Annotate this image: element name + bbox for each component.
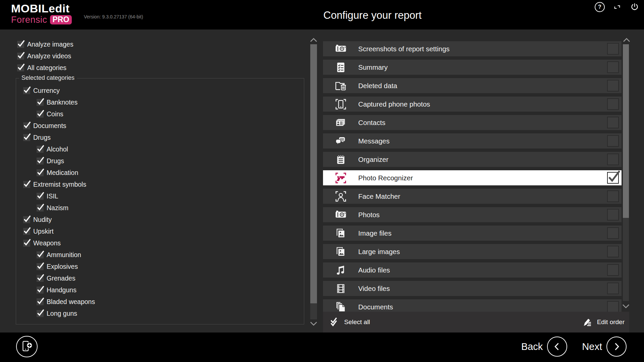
category-tree-item[interactable]: Drugs	[23, 133, 51, 142]
section-checkbox[interactable]	[607, 283, 619, 294]
category-tree-item[interactable]: Medication	[37, 168, 78, 177]
category-tree-item[interactable]: Ammunition	[37, 250, 81, 259]
category-tree-item[interactable]: Coins	[37, 110, 63, 118]
help-icon[interactable]: ?	[594, 2, 605, 12]
category-checkbox[interactable]	[37, 158, 44, 165]
section-checkbox[interactable]	[607, 190, 619, 202]
analysis-option-row[interactable]: All categories	[17, 63, 66, 72]
report-section-row[interactable]: Face Matcher	[323, 189, 622, 204]
category-checkbox[interactable]	[37, 99, 44, 106]
left-scrollbar-thumb[interactable]	[310, 44, 317, 303]
report-section-row[interactable]: Organizer	[323, 152, 622, 167]
option-label: All categories	[27, 64, 66, 72]
power-icon[interactable]	[629, 2, 640, 12]
report-section-row[interactable]: Large images	[323, 244, 622, 259]
report-section-row[interactable]: Messages	[323, 133, 622, 148]
category-checkbox[interactable]	[23, 228, 30, 235]
section-checkbox[interactable]	[607, 135, 619, 147]
category-checkbox[interactable]	[37, 169, 44, 176]
option-checkbox[interactable]	[17, 41, 24, 48]
category-checkbox[interactable]	[37, 193, 44, 200]
category-checkbox[interactable]	[37, 310, 44, 317]
left-scrollbar-down-icon[interactable]	[310, 321, 318, 326]
category-checkbox[interactable]	[37, 146, 44, 153]
category-label: Weapons	[33, 239, 61, 247]
back-button-label[interactable]: Back	[521, 341, 543, 352]
category-tree-item[interactable]: Nudity	[23, 215, 52, 224]
category-tree-item[interactable]: Bladed weapons	[37, 297, 95, 306]
edit-order-button[interactable]: Edit order	[582, 317, 625, 327]
right-scrollbar-down-icon[interactable]	[622, 304, 630, 309]
category-checkbox[interactable]	[37, 251, 44, 258]
option-checkbox[interactable]	[17, 53, 24, 60]
category-tree-item[interactable]: Currency	[23, 86, 60, 95]
section-checkbox[interactable]	[607, 227, 619, 239]
category-checkbox[interactable]	[37, 204, 44, 212]
next-button[interactable]	[606, 337, 627, 357]
section-checkbox[interactable]	[607, 80, 619, 92]
category-tree-item[interactable]: Documents	[23, 121, 66, 130]
report-section-row[interactable]: Documents	[323, 299, 622, 312]
section-checkbox[interactable]	[607, 43, 619, 55]
category-checkbox[interactable]	[23, 122, 30, 129]
report-section-row[interactable]: Photos	[323, 207, 622, 222]
category-checkbox[interactable]	[37, 263, 44, 270]
checkmark-icon	[37, 297, 45, 305]
report-section-row[interactable]: Video files	[323, 281, 622, 296]
category-tree-item[interactable]: Explosives	[37, 262, 78, 271]
category-tree-item[interactable]: Alcohol	[37, 145, 68, 154]
category-label: Upskirt	[33, 228, 54, 235]
category-checkbox[interactable]	[23, 87, 30, 94]
section-checkbox[interactable]	[607, 154, 619, 165]
snap-window-icon[interactable]	[612, 2, 623, 12]
option-checkbox[interactable]	[17, 64, 24, 71]
section-checkbox[interactable]	[607, 61, 619, 73]
category-checkbox[interactable]	[37, 287, 44, 294]
left-scrollbar-up-icon[interactable]	[310, 38, 318, 43]
category-tree-item[interactable]: ISIL	[37, 192, 58, 200]
section-checkbox[interactable]	[607, 172, 619, 184]
category-checkbox[interactable]	[23, 216, 30, 223]
right-scrollbar-track[interactable]	[623, 218, 629, 301]
category-tree-item[interactable]: Long guns	[37, 309, 77, 318]
category-tree-item[interactable]: Extremist symbols	[23, 180, 86, 189]
category-tree-item[interactable]: Weapons	[23, 239, 61, 247]
next-button-label[interactable]: Next	[582, 341, 602, 352]
report-section-row[interactable]: Captured phone photos	[323, 97, 622, 112]
right-scrollbar-thumb[interactable]	[623, 44, 629, 218]
category-checkbox[interactable]	[23, 181, 30, 188]
select-all-button[interactable]: Select all	[328, 316, 370, 328]
category-tree-item[interactable]: Upskirt	[23, 227, 54, 236]
report-section-row[interactable]: Summary	[323, 60, 622, 75]
right-scrollbar-up-icon[interactable]	[623, 38, 631, 43]
category-checkbox[interactable]	[37, 298, 44, 305]
category-checkbox[interactable]	[23, 134, 30, 141]
analysis-option-row[interactable]: Analyze videos	[17, 52, 71, 60]
section-checkbox[interactable]	[607, 117, 619, 128]
section-checkbox[interactable]	[607, 264, 619, 276]
report-section-row[interactable]: Photo Recognizer	[323, 170, 622, 185]
category-tree-item[interactable]: Grenades	[37, 274, 75, 283]
section-checkbox[interactable]	[607, 301, 619, 312]
section-checkbox[interactable]	[607, 209, 619, 221]
connect-phone-button[interactable]	[16, 336, 38, 357]
report-section-row[interactable]: Image files	[323, 226, 622, 241]
category-tree-item[interactable]: Nazism	[37, 203, 68, 212]
report-section-row[interactable]: Contacts	[323, 115, 622, 130]
report-section-row[interactable]: Audio files	[323, 262, 622, 278]
section-checkbox[interactable]	[607, 98, 619, 110]
checkmark-icon	[37, 156, 45, 164]
category-tree-item[interactable]: Drugs	[37, 157, 64, 165]
report-section-row[interactable]: Screenshots of report settings	[323, 41, 622, 56]
section-checkbox[interactable]	[607, 246, 619, 257]
category-checkbox[interactable]	[37, 111, 44, 118]
analysis-option-row[interactable]: Analyze images	[17, 40, 73, 49]
left-scrollbar-track[interactable]	[310, 303, 317, 319]
back-button[interactable]	[547, 337, 567, 357]
category-tree-item[interactable]: Banknotes	[37, 98, 77, 107]
category-checkbox[interactable]	[23, 240, 30, 247]
category-checkbox[interactable]	[37, 275, 44, 282]
report-section-row[interactable]: Deleted data	[323, 78, 622, 93]
category-tree-item[interactable]: Handguns	[37, 286, 76, 294]
category-label: Explosives	[47, 263, 78, 270]
